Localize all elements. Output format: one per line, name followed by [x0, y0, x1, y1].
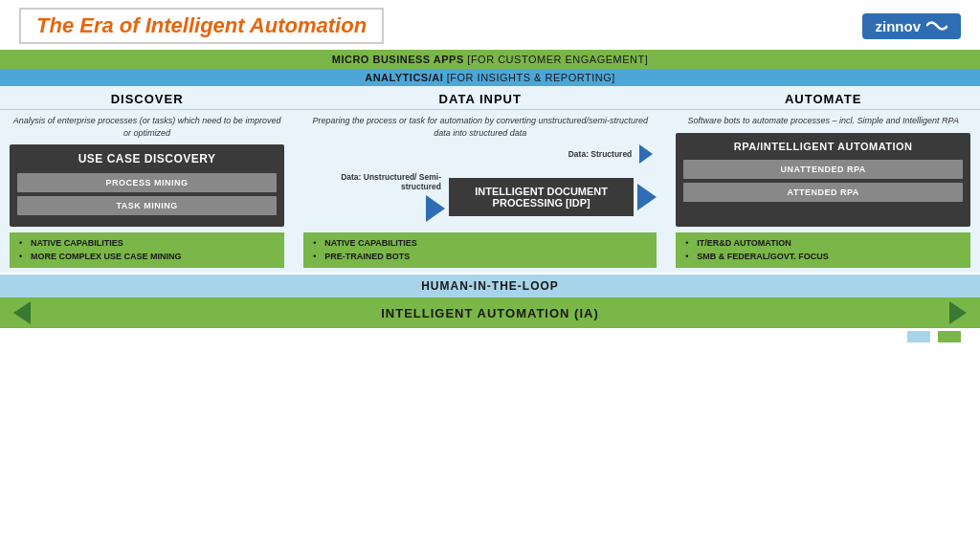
analytics-label-normal: [FOR INSIGHTS & REPORTING]: [447, 72, 615, 83]
structured-row: Data: Structured: [303, 144, 657, 164]
datainput-bullet-1: NATIVE CAPABILITIES: [313, 237, 647, 251]
ia-arrow-row: INTELLIGENT AUTOMATION (IA): [0, 301, 980, 324]
main-columns: DISCOVER Analysis of enterprise processe…: [0, 86, 980, 273]
discover-green-list: NATIVE CAPABILITIES MORE COMPLEX USE CAS…: [10, 232, 284, 268]
discover-bullet-1: NATIVE CAPABILITIES: [19, 237, 275, 251]
arrow-from-idp: [637, 184, 657, 210]
datainput-column: DATA INPUT Preparing the process or task…: [294, 86, 666, 273]
human-loop-bar: HUMAN-IN-THE-LOOP: [0, 275, 980, 298]
automate-header: AUTOMATE: [666, 86, 980, 110]
analytics-bar: ANALYTICS/AI [FOR INSIGHTS & REPORTING]: [0, 69, 980, 86]
datainput-description: Preparing the process or task for automa…: [303, 115, 657, 139]
discover-bullet-2: MORE COMPLEX USE CASE MINING: [19, 251, 275, 264]
process-mining-btn: PROCESS MINING: [17, 173, 277, 192]
discover-header: DISCOVER: [0, 86, 294, 110]
idp-area: Data: Unstructured/ Semi-structured INTE…: [303, 167, 657, 227]
unstructured-label: Data: Unstructured/ Semi-structured: [303, 172, 445, 191]
human-loop-label: HUMAN-IN-THE-LOOP: [421, 279, 559, 293]
micro-business-label: MICRO BUSINESS APPS: [332, 54, 468, 65]
datainput-body: Preparing the process or task for automa…: [294, 110, 666, 273]
idp-box: INTELLIGENT DOCUMENT PROCESSING [IDP]: [449, 178, 634, 216]
page-title: The Era of Intelligent Automation: [36, 13, 367, 37]
logo-text: zinnov: [876, 18, 922, 34]
automate-description: Software bots to automate processes – in…: [676, 115, 970, 127]
datainput-green-list: NATIVE CAPABILITIES PRE-TRAINED BOTS: [303, 232, 657, 268]
ia-bar: INTELLIGENT AUTOMATION (IA): [0, 298, 980, 328]
use-case-discovery-title: USE CASE DISCOVERY: [78, 152, 216, 165]
attended-rpa-btn: ATTENDED RPA: [683, 183, 963, 202]
idp-title: INTELLIGENT DOCUMENT PROCESSING [IDP]: [475, 186, 608, 209]
legend-green-box: [938, 331, 961, 342]
automate-green-list: IT/ER&D AUTOMATION SMB & FEDERAL/GOVT. F…: [676, 232, 970, 268]
ia-arrow-left: [13, 301, 31, 324]
legend-row: [0, 328, 980, 342]
discover-dark-box: USE CASE DISCOVERY PROCESS MINING TASK M…: [10, 144, 284, 227]
discover-body: Analysis of enterprise processes (or tas…: [0, 110, 294, 273]
automate-bullet-2: SMB & FEDERAL/GOVT. FOCUS: [685, 251, 961, 264]
ia-label-container: INTELLIGENT AUTOMATION (IA): [31, 301, 949, 324]
task-mining-btn: TASK MINING: [17, 196, 277, 215]
logo-wave-icon: [926, 19, 947, 33]
automate-bullet-1: IT/ER&D AUTOMATION: [685, 237, 961, 251]
micro-business-bar: MICRO BUSINESS APPS [FOR CUSTOMER ENGAGE…: [0, 50, 980, 69]
micro-business-label-normal: [FOR CUSTOMER ENGAGEMENT]: [467, 54, 648, 65]
arrow-unstructured: [426, 195, 445, 222]
analytics-label: ANALYTICS/AI: [365, 72, 447, 83]
ia-arrow-right: [949, 301, 967, 324]
header: The Era of Intelligent Automation zinnov: [0, 0, 980, 50]
legend-blue-box: [907, 331, 930, 342]
discover-column: DISCOVER Analysis of enterprise processe…: [0, 86, 294, 273]
automate-column: AUTOMATE Software bots to automate proce…: [666, 86, 980, 273]
page-wrapper: The Era of Intelligent Automation zinnov…: [0, 0, 980, 551]
automate-body: Software bots to automate processes – in…: [666, 110, 980, 273]
ia-label: INTELLIGENT AUTOMATION (IA): [381, 306, 599, 320]
arrow-to-idp: [303, 195, 445, 222]
arrow-structured: [639, 144, 653, 164]
unattended-rpa-btn: UNATTENDED RPA: [683, 160, 963, 179]
discover-description: Analysis of enterprise processes (or tas…: [10, 115, 284, 139]
logo: zinnov: [862, 13, 962, 39]
title-box: The Era of Intelligent Automation: [19, 8, 384, 44]
automate-dark-box: RPA/INTELLIGENT AUTOMATION UNATTENDED RP…: [676, 133, 970, 228]
idp-left-section: Data: Unstructured/ Semi-structured: [303, 172, 445, 222]
datainput-bullet-2: PRE-TRAINED BOTS: [313, 251, 647, 264]
structured-label: Data: Structured: [568, 149, 633, 159]
rpa-title: RPA/INTELLIGENT AUTOMATION: [734, 141, 913, 152]
datainput-header: DATA INPUT: [294, 86, 666, 110]
